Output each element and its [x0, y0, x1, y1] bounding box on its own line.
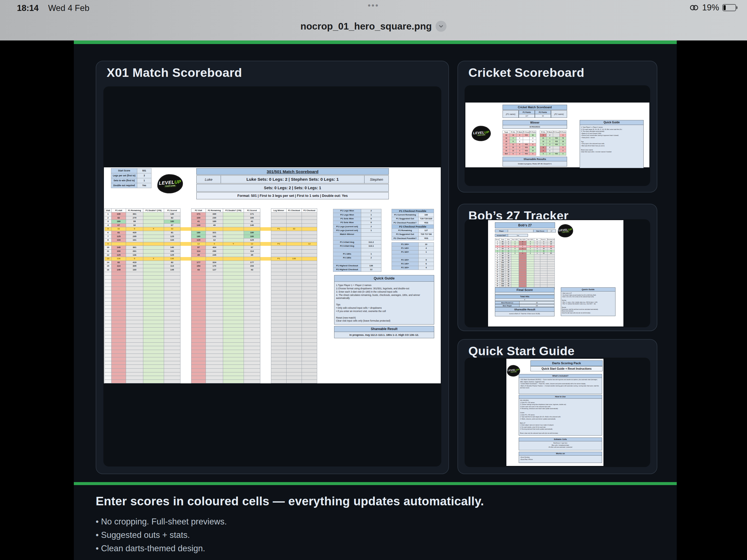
quickstart-title1: Darts Scoring Pack [531, 360, 602, 366]
quickstart-how-to-use: How to Use X01 (301/501) 1. Enter P1 + P… [519, 395, 602, 436]
multitasking-dots[interactable]: ••• [0, 1, 747, 10]
panel-cricket: Cricket Scoreboard LEVELUP YOUR GAME Cri… [458, 61, 657, 193]
status-bar: 18:14 Wed 4 Feb ••• 19% nocrop_01_hero_s… [0, 0, 747, 41]
cricket-winner-block: Winner IN PROGRESS [503, 120, 567, 129]
panel-x01-title: X01 Match Scoreboard [107, 66, 242, 80]
accent-bar-top [74, 41, 677, 44]
battery-percent: 19% [702, 3, 719, 12]
cricket-p2-name: (P2 name) [551, 110, 567, 118]
status-right: 19% [689, 3, 736, 12]
levelup-logo: LEVELUP YOUR GAME [507, 365, 520, 377]
x01-score-line: Luke Sets: 0 Legs: 2 | Stephen Sets: 0 L… [221, 175, 364, 183]
bobs27-shareable-result: Shareable Result scored on Bob's 27. Tot… [495, 307, 555, 316]
cricket-p1-name: (P1 name) [503, 110, 519, 118]
x01-sets-line: Sets: 0 Legs: 2 | Sets: 0 Legs: 1 [196, 184, 389, 192]
bobs27-rounds-table: RoundTargetValueDart 1 (0/1)Dart 2 (0/1)… [495, 238, 555, 289]
x01-p2-name-cell: Stephen [364, 175, 389, 183]
document-title: nocrop_01_hero_square.png [301, 21, 432, 32]
quickstart-sheet: LEVELUP YOUR GAME Darts Scoring Pack Qui… [506, 359, 603, 466]
title-menu-button[interactable] [436, 21, 446, 32]
x01-quick-guide-body: 1.Type Player 1 + Player 2 names 2.Choos… [334, 282, 434, 325]
panel-bobs27-frame: Bob's 27 Player Start Score 27 Include B… [465, 219, 650, 327]
footer-heading: Enter scores in coloured cells — everyth… [96, 494, 653, 508]
panel-quickstart: Quick Start Guide LEVELUP YOUR GAME Dart… [458, 339, 657, 474]
footer-bullet: • No cropping. Full-sheet previews. [96, 517, 653, 527]
levelup-logo: LEVELUP YOUR GAME [471, 126, 491, 142]
x01-sheet-title: 301/501 Match Scoreboard [196, 168, 389, 175]
bobs27-quick-guide: Quick Guide • Start score is 27 • You th… [561, 287, 616, 316]
x01-checkout-table: P1 Checkout PossibleP1 Current Remaining… [391, 209, 434, 240]
cricket-p1-points: P1 Points 107 [519, 110, 535, 118]
document-title-row: nocrop_01_hero_square.png [0, 21, 747, 32]
bobs27-sheet-title: Bob's 27 [495, 222, 555, 228]
x01-quick-guide: Quick Guide 1.Type Player 1 + Player 2 n… [334, 275, 434, 325]
cricket-shareable-results: Shareable Results Cricket in progress. P… [503, 157, 567, 167]
levelup-logo: LEVELUP YOUR GAME [157, 174, 183, 194]
x01-highscores-table: P1 100+10P1 140+4P1 160+1P2 100+9P2 140+… [391, 242, 434, 270]
footer-bullet: • Clean darts-themed design. [96, 543, 653, 554]
x01-shareable-body: In progress. Avg 112.2–113.1. 180s 1–2. … [334, 332, 434, 338]
bobs27-bull-row: Include Bull? Yes [495, 234, 528, 237]
bobs27-player-row: Player Start Score 27 [495, 229, 556, 232]
panel-quickstart-frame: LEVELUP YOUR GAME Darts Scoring Pack Qui… [465, 358, 650, 467]
x01-shareable-header: Shareable Result [334, 326, 434, 332]
image-preview: X01 Match Scoreboard Start Score501Legs … [74, 41, 677, 560]
x01-config-table: Start Score501Legs per set (first to)3Se… [111, 168, 152, 188]
x01-quick-guide-header: Quick Guide [334, 275, 434, 282]
quickstart-whats-included: What's included? • X01 Match Scoreboard … [519, 374, 602, 394]
artwork-footer: Enter scores in coloured cells — everyth… [96, 494, 653, 554]
cricket-targets-table: TargetP1 HitsP1 MarksP1 ClosedP1 PointsP… [503, 130, 566, 156]
panel-bobs27: Bob’s 27 Tracker Bob's 27 Player Start S… [458, 204, 657, 331]
panel-cricket-frame: LEVELUP YOUR GAME Cricket Match Scoreboa… [465, 85, 650, 186]
bobs27-sheet: Bob's 27 Player Start Score 27 Include B… [488, 220, 623, 327]
cricket-sheet-title: Cricket Match Scoreboard [503, 105, 567, 110]
cricket-quick-guide: Quick Guide 1. Type Player 1 + Player 2 … [579, 120, 644, 168]
x01-sheet: Start Score501Legs per set (first to)3Se… [104, 167, 441, 383]
x01-p1-name-cell: Luke [196, 175, 221, 183]
chevron-down-icon [438, 24, 444, 29]
x01-shareable-result: Shareable Result In progress. Avg 112.2–… [334, 326, 434, 338]
ipad-screen: 18:14 Wed 4 Feb ••• 19% nocrop_01_hero_s… [0, 0, 747, 560]
panel-quickstart-title: Quick Start Guide [468, 344, 575, 358]
cricket-p2-points: P2 Points 94 [535, 110, 551, 118]
x01-header-block: 301/501 Match Scoreboard Luke Luke Sets:… [196, 168, 389, 199]
panel-cricket-title: Cricket Scoreboard [468, 66, 584, 80]
footer-bullet: • Suggested outs + stats. [96, 530, 653, 540]
panel-x01: X01 Match Scoreboard Start Score501Legs … [96, 61, 449, 474]
x01-stats-table: P1 Legs Won2P2 Legs Won1P1 Sets Won0P2 S… [333, 209, 381, 272]
cricket-sheet: LEVELUP YOUR GAME Cricket Match Scoreboa… [465, 103, 649, 167]
accent-bar-bottom [74, 482, 677, 485]
quickstart-editable-cells: Editable Cells Red/Green = type here Blu… [519, 437, 602, 450]
quickstart-works-on: Works on • Excel Desktop • Excel iPad / … [519, 452, 602, 463]
levelup-logo: LEVELUP YOUR GAME [558, 224, 573, 238]
x01-visits-table: VisitP1 visitP1 RemainingP1 Double? (Y/N… [104, 208, 317, 383]
bobs27-final-block: Final Score Total Hits 8 Best Round (+) … [495, 287, 555, 307]
hotspot-link-icon [689, 4, 699, 11]
quickstart-title2: Quick Start Guide + Reset Instructions [531, 366, 602, 371]
panel-x01-frame: Start Score501Legs per set (first to)3Se… [103, 86, 441, 466]
cricket-header-block: Cricket Match Scoreboard (P1 name) P1 Po… [503, 105, 567, 118]
battery-icon [722, 4, 736, 11]
x01-format-line: Format: 501 | First to 3 legs per set | … [196, 192, 389, 199]
